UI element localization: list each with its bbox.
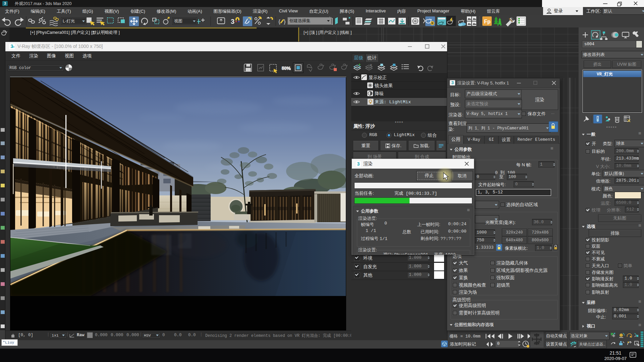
svg-text:+: + <box>358 62 361 67</box>
svg-text:{: { <box>278 18 280 25</box>
svg-text:3: 3 <box>231 18 234 25</box>
svg-text:}: } <box>284 18 286 25</box>
svg-text:x: x <box>370 63 372 67</box>
svg-text:Fp: Fp <box>484 19 491 24</box>
